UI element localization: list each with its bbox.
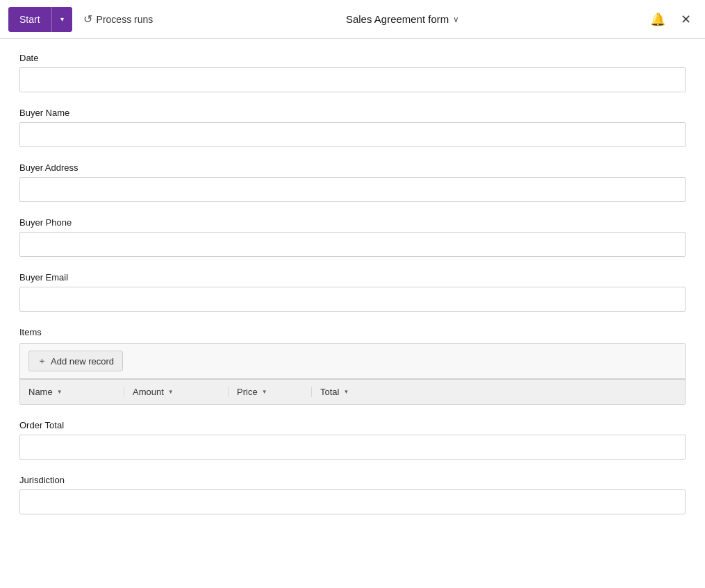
start-button-group: Start ▾: [8, 7, 72, 32]
sort-total-icon: ▼: [343, 389, 349, 395]
add-new-record-button[interactable]: ＋ Add new record: [28, 351, 123, 371]
add-icon: ＋: [38, 355, 47, 367]
jurisdiction-input[interactable]: [19, 489, 686, 514]
jurisdiction-label: Jurisdiction: [19, 475, 686, 485]
column-name[interactable]: Name ▼: [20, 387, 124, 397]
start-dropdown-button[interactable]: ▾: [51, 7, 72, 32]
column-total-label: Total: [320, 387, 339, 397]
column-amount[interactable]: Amount ▼: [124, 387, 229, 397]
buyer-address-input[interactable]: [19, 177, 686, 202]
buyer-email-field: Buyer Email: [19, 272, 686, 312]
buyer-address-field: Buyer Address: [19, 162, 686, 202]
order-total-field: Order Total: [19, 420, 686, 460]
sort-price-icon: ▼: [262, 389, 267, 395]
toolbar-actions: 🔔 ✕: [647, 8, 697, 31]
chevron-down-icon: ▾: [60, 15, 64, 23]
close-button[interactable]: ✕: [674, 8, 697, 31]
order-total-input[interactable]: [19, 435, 686, 460]
sort-amount-icon: ▼: [168, 389, 174, 395]
column-price[interactable]: Price ▼: [229, 387, 312, 397]
buyer-address-label: Buyer Address: [19, 162, 686, 173]
column-amount-label: Amount: [133, 387, 164, 397]
close-icon: ✕: [681, 12, 691, 27]
process-runs-button[interactable]: ↺ Process runs: [78, 7, 159, 32]
add-record-bar: ＋ Add new record: [20, 344, 685, 379]
buyer-phone-field: Buyer Phone: [19, 217, 686, 257]
order-total-label: Order Total: [19, 420, 686, 430]
add-record-label: Add new record: [51, 356, 114, 367]
title-chevron-icon[interactable]: ∨: [453, 15, 459, 24]
toolbar: Start ▾ ↺ Process runs Sales Agreement f…: [0, 0, 705, 39]
buyer-email-input[interactable]: [19, 287, 686, 312]
buyer-phone-label: Buyer Phone: [19, 217, 686, 228]
form-title: Sales Agreement form: [346, 13, 449, 25]
buyer-email-label: Buyer Email: [19, 272, 686, 283]
buyer-name-input[interactable]: [19, 122, 686, 147]
column-name-label: Name: [28, 387, 53, 397]
jurisdiction-field: Jurisdiction: [19, 475, 686, 514]
form-container: Date Buyer Name Buyer Address Buyer Phon…: [0, 39, 705, 588]
date-field: Date: [19, 53, 686, 92]
start-button[interactable]: Start: [8, 7, 51, 32]
pin-icon: 🔔: [650, 12, 665, 27]
date-input[interactable]: [19, 67, 686, 92]
buyer-name-field: Buyer Name: [19, 108, 686, 147]
items-container: ＋ Add new record Name ▼ Amount ▼ Price ▼: [19, 343, 686, 405]
buyer-phone-input[interactable]: [19, 232, 686, 257]
items-section: Items ＋ Add new record Name ▼ Amount ▼ P…: [19, 327, 686, 405]
column-price-label: Price: [237, 387, 258, 397]
column-total[interactable]: Total ▼: [312, 387, 685, 397]
process-runs-label: Process runs: [97, 14, 154, 25]
sort-name-icon: ▼: [57, 389, 63, 395]
pin-button[interactable]: 🔔: [647, 8, 669, 31]
date-label: Date: [19, 53, 686, 63]
form-title-area: Sales Agreement form ∨: [158, 13, 647, 25]
history-icon: ↺: [83, 12, 92, 26]
table-header: Name ▼ Amount ▼ Price ▼ Total ▼: [20, 379, 685, 404]
items-label: Items: [19, 327, 686, 337]
buyer-name-label: Buyer Name: [19, 108, 686, 118]
